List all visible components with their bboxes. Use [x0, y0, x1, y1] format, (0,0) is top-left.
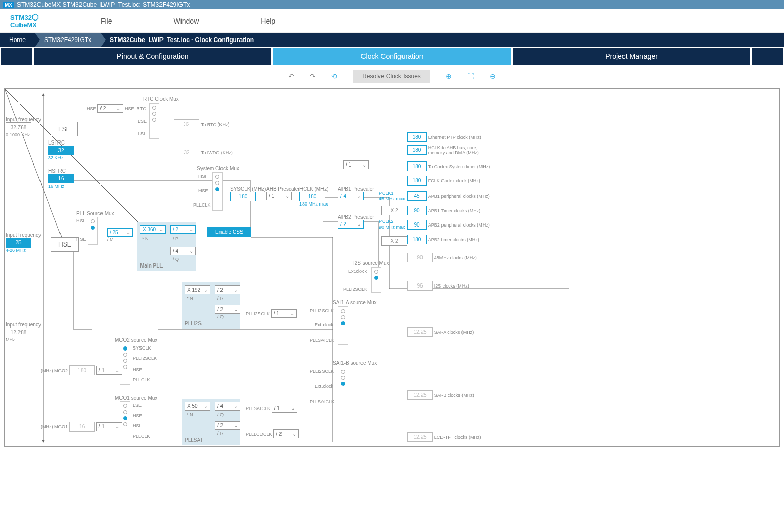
fit-icon[interactable]: ⛶ [467, 72, 474, 80]
menu-file[interactable]: File [100, 17, 112, 25]
sysclk-mux[interactable] [212, 172, 223, 211]
i2s-input-value[interactable]: 12.288 [6, 328, 31, 337]
i2s-input: Input frequency 12.288 MHz [6, 322, 41, 342]
toolbar: ↶ ↷ ⟲ Resolve Clock Issues ⊕ ⛶ ⊖ [0, 65, 784, 88]
pllsai-r[interactable]: / 2 [215, 421, 240, 430]
lse-range: 0-1000 KHz [6, 132, 41, 137]
sysmux-title: System Clock Mux [197, 166, 239, 171]
bc-file[interactable]: STM32Cube_LWIP_Test.ioc - Clock Configur… [100, 33, 263, 47]
enable-css-button[interactable]: Enable CSS [207, 227, 251, 237]
zoom-in-icon[interactable]: ⊕ [446, 72, 452, 80]
out-hclk: 180 [407, 145, 427, 155]
mx-icon: MX [3, 2, 14, 8]
saia-mux[interactable] [338, 306, 348, 345]
refresh-icon[interactable]: ⟲ [331, 72, 337, 80]
pll-m: / 25/ M [107, 228, 133, 242]
lsi-value: 32 [48, 146, 74, 155]
apb1: APB1 Prescaler/ 4 [338, 186, 374, 200]
rtc-hse-div[interactable]: / 2 [97, 104, 123, 113]
apb1-sel[interactable]: / 4 [338, 192, 364, 200]
tab-clock[interactable]: Clock Configuration [273, 48, 511, 65]
out-eth: 180 [407, 132, 427, 142]
tab-spacer-l [1, 48, 32, 65]
tab-pm[interactable]: Project Manager [513, 48, 750, 65]
hclk: HCLK (MHz)180180 MHz max [299, 186, 329, 207]
ahb-sel[interactable]: / 1 [266, 192, 292, 200]
menubar: STM32⬡CubeMX File Window Help [0, 9, 784, 33]
clock-canvas[interactable]: Input frequency 32.768 0-1000 KHz LSE LS… [4, 88, 780, 447]
lse-osc: LSE [51, 122, 78, 136]
ahb: AHB Prescaler/ 1 [266, 186, 300, 200]
pllq-sel[interactable]: / 4 [170, 247, 196, 255]
out-apb2p: 90 [407, 220, 427, 230]
pllsrc-mux[interactable] [88, 217, 98, 245]
rtc-out: 32 To RTC (KHz) [174, 119, 230, 129]
hse-input: Input frequency 25 4-26 MHz [6, 232, 41, 253]
out-cortex: 180 [407, 161, 427, 171]
resolve-button[interactable]: Resolve Clock Issues [353, 70, 430, 83]
bc-chip[interactable]: STM32F429IGTx [35, 33, 100, 47]
cortex-sel[interactable]: / 1 [343, 160, 369, 169]
i2s-mux[interactable] [371, 267, 381, 293]
hse-input-value[interactable]: 25 [6, 238, 31, 248]
apb2: APB2 Prescaler/ 2 [338, 214, 374, 229]
lse-input: Input frequency 32.768 0-1000 KHz [6, 117, 41, 137]
plli2s-div[interactable]: / 1 [271, 309, 297, 318]
out-saia: 12.25 [407, 327, 433, 337]
mco2-out: 180 [69, 365, 95, 375]
out-apb1t: 90 [407, 206, 427, 215]
zoom-out-icon[interactable]: ⊖ [490, 72, 496, 80]
sysclk-value[interactable]: 180 [230, 192, 256, 201]
tabs: Pinout & Configuration Clock Configurati… [0, 48, 784, 65]
pllcd-div[interactable]: / 2 [273, 429, 299, 438]
pllsai: X 50 * N / 4 / Q / 2 / R PLLSAI [182, 399, 240, 445]
wires [5, 89, 779, 446]
undo-icon[interactable]: ↶ [288, 72, 294, 80]
apb2-sel[interactable]: / 2 [338, 220, 364, 229]
lse-input-value[interactable]: 32.768 [6, 122, 31, 132]
out-apb1p: 45 [407, 191, 427, 201]
mco2-mux[interactable] [120, 344, 130, 385]
logo: STM32⬡CubeMX [10, 13, 39, 28]
saib-mux[interactable] [338, 367, 348, 405]
bc-home[interactable]: Home [0, 33, 35, 47]
svg-line-2 [5, 89, 64, 242]
out-lcd: 12.25 [407, 432, 433, 442]
plli2s-q[interactable]: / 2 [215, 305, 240, 314]
pllp-sel[interactable]: / 2 [170, 225, 196, 234]
pllsrc-hse: HSE [76, 236, 86, 242]
out-apb2t: 180 [407, 235, 427, 244]
pllsai-n[interactable]: X 50 [185, 402, 210, 411]
titlebar: MX STM32CubeMX STM32Cube_LWIP_Test.ioc: … [0, 0, 784, 9]
out-saib: 12.25 [407, 390, 433, 400]
tab-pinout[interactable]: Pinout & Configuration [34, 48, 271, 65]
lsi-osc: LSI RC 32 32 KHz [48, 140, 74, 160]
hsi-osc: HSI RC 16 16 MHz [48, 168, 74, 189]
rtc-hse: HSE / 2 HSE_RTC [87, 104, 146, 113]
out-48mhz: 90 [407, 253, 433, 262]
window-title: STM32CubeMX STM32Cube_LWIP_Test.ioc: STM… [17, 1, 190, 8]
out-i2s: 96 [407, 281, 433, 291]
apb1-x2: X 2 [381, 206, 407, 215]
plli2s-n[interactable]: X 192 [185, 285, 210, 294]
plli2s-r[interactable]: / 2 [215, 285, 240, 294]
iwdg-out: 32 To IWDG (KHz) [174, 148, 233, 157]
mco1-div[interactable]: / 1 [96, 422, 122, 431]
breadcrumb: Home STM32F429IGTx STM32Cube_LWIP_Test.i… [0, 33, 784, 47]
menu-help[interactable]: Help [260, 17, 275, 25]
rtc-lsi-lbl: LSI [138, 131, 145, 136]
pllsai-div[interactable]: / 1 [272, 404, 297, 413]
rtc-mux[interactable] [149, 103, 159, 139]
menu-window[interactable]: Window [173, 17, 199, 25]
hsi-value: 16 [48, 174, 74, 183]
rtc-lse-lbl: LSE [138, 118, 147, 124]
plln-sel[interactable]: X 360 [140, 225, 166, 234]
mco2-div[interactable]: / 1 [96, 366, 122, 375]
pll-m-sel[interactable]: / 25 [107, 228, 133, 237]
redo-icon[interactable]: ↷ [310, 72, 316, 80]
pllsai-q[interactable]: / 4 [215, 402, 240, 411]
sysclk: SYSCLK (MHz)180 [230, 186, 266, 201]
rtc-mux-title: RTC Clock Mux [143, 96, 179, 102]
hclk-value[interactable]: 180 [299, 192, 325, 201]
tab-spacer-r [752, 48, 783, 65]
